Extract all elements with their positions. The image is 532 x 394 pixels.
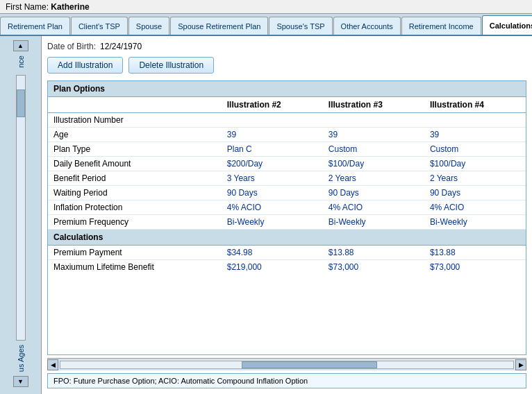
row-field-age: Age (48, 128, 222, 142)
tab-retirement-income[interactable]: Retirement Income (401, 17, 481, 35)
row-ill4-age: 39 (424, 128, 526, 142)
row-ill4-dba: $100/Day (424, 157, 526, 171)
tab-spouse[interactable]: Spouse (128, 17, 169, 35)
sidebar-label-nce[interactable]: nce (17, 53, 25, 71)
tab-retirement-plan[interactable]: Retirement Plan (0, 17, 70, 35)
row-field-mlb: Maxiumum Lifetime Benefit (48, 260, 222, 275)
row-ill2-plantype: Plan C (222, 142, 323, 157)
plan-options-header-row: Plan Options (48, 81, 526, 97)
row-field-pf: Premium Frequency (48, 215, 222, 230)
calculations-header: Calculations (48, 230, 526, 246)
column-header-row: Illustration #2 Illustration #3 Illustra… (48, 97, 526, 113)
data-table-container: Plan Options Illustration #2 Illustratio… (47, 80, 526, 355)
left-sidebar: ▲ nce us Ages ▼ (0, 36, 42, 394)
row-ill4-wp: 90 Days (424, 186, 526, 200)
table-row: Premium Frequency Bi-Weekly Bi-Weekly Bi… (48, 215, 526, 230)
table-row: Illustration Number (48, 113, 526, 128)
sidebar-up-arrow[interactable]: ▲ (13, 40, 28, 51)
tab-clients-tsp[interactable]: Client's TSP (71, 17, 128, 35)
delete-illustration-button[interactable]: Delete Illustration (128, 57, 214, 74)
table-row: Premium Payment $34.98 $13.88 $13.88 (48, 246, 526, 260)
tab-spouse-retirement-plan[interactable]: Spouse Retirement Plan (170, 17, 268, 35)
col-ill3: Illustration #3 (323, 97, 424, 113)
row-ill3-ip: 4% ACIO (323, 200, 424, 215)
row-field-ip: Inflation Protection (48, 200, 222, 215)
first-name-label: First Name: (6, 2, 49, 12)
dob-label: Date of Birth: (47, 42, 96, 51)
row-ill3-age: 39 (323, 128, 424, 142)
table-row: Age 39 39 39 (48, 128, 526, 142)
illustrations-table: Plan Options Illustration #2 Illustratio… (48, 81, 526, 274)
row-field-plantype: Plan Type (48, 142, 222, 157)
table-row: Plan Type Plan C Custom Custom (48, 142, 526, 157)
scroll-thumb (242, 361, 378, 368)
row-field-illnum: Illustration Number (48, 113, 222, 128)
tabs-row: Retirement Plan Client's TSP Spouse Spou… (0, 14, 532, 36)
scroll-right-arrow[interactable]: ▶ (515, 359, 526, 370)
row-field-bp: Benefit Period (48, 171, 222, 186)
row-ill4-mlb: $73,000 (424, 260, 526, 275)
scroll-left-arrow[interactable]: ◀ (47, 359, 58, 370)
horizontal-scrollbar[interactable]: ◀ ▶ (47, 358, 526, 370)
tab-other-accounts[interactable]: Other Accounts (333, 17, 401, 35)
tab-calculations[interactable]: Calculations (482, 15, 532, 35)
sidebar-label-us-ages[interactable]: us Ages (17, 342, 25, 375)
table-row: Inflation Protection 4% ACIO 4% ACIO 4% … (48, 200, 526, 215)
row-field-dba: Daily Benefit Amount (48, 157, 222, 171)
row-ill3-plantype: Custom (323, 142, 424, 157)
row-field-wp: Waiting Period (48, 186, 222, 200)
row-ill2-illnum (222, 113, 323, 128)
row-ill2-pp: $34.98 (222, 246, 323, 260)
row-ill2-age: 39 (222, 128, 323, 142)
row-ill4-bp: 2 Years (424, 171, 526, 186)
row-ill2-bp: 3 Years (222, 171, 323, 186)
sidebar-scrollbar[interactable] (16, 75, 26, 341)
dob-row: Date of Birth: 12/24/1970 (47, 42, 526, 51)
first-name-value: Katherine (51, 2, 89, 12)
row-ill4-plantype: Custom (424, 142, 526, 157)
table-row: Benefit Period 3 Years 2 Years 2 Years (48, 171, 526, 186)
calculations-header-row: Calculations (48, 230, 526, 246)
row-ill3-bp: 2 Years (323, 171, 424, 186)
row-ill4-ip: 4% ACIO (424, 200, 526, 215)
row-ill2-ip: 4% ACIO (222, 200, 323, 215)
row-field-pp: Premium Payment (48, 246, 222, 260)
top-bar: First Name: Katherine (0, 0, 532, 14)
col-ill4: Illustration #4 (424, 97, 526, 113)
status-bar: FPO: Future Purchase Option; ACIO: Autom… (47, 373, 526, 388)
row-ill2-dba: $200/Day (222, 157, 323, 171)
col-ill2: Illustration #2 (222, 97, 323, 113)
row-ill2-pf: Bi-Weekly (222, 215, 323, 230)
row-ill3-dba: $100/Day (323, 157, 424, 171)
table-row: Waiting Period 90 Days 90 Days 90 Days (48, 186, 526, 200)
plan-options-header: Plan Options (48, 81, 526, 97)
row-ill3-illnum (323, 113, 424, 128)
col-field (48, 97, 222, 113)
row-ill3-pf: Bi-Weekly (323, 215, 424, 230)
row-ill4-pp: $13.88 (424, 246, 526, 260)
row-ill4-pf: Bi-Weekly (424, 215, 526, 230)
tab-spouses-tsp[interactable]: Spouse's TSP (269, 17, 332, 35)
row-ill3-mlb: $73,000 (323, 260, 424, 275)
row-ill2-wp: 90 Days (222, 186, 323, 200)
scroll-track[interactable] (60, 361, 514, 369)
sidebar-down-arrow[interactable]: ▼ (13, 376, 28, 387)
sidebar-scrollbar-thumb (17, 89, 25, 117)
row-ill4-illnum (424, 113, 526, 128)
table-row: Daily Benefit Amount $200/Day $100/Day $… (48, 157, 526, 171)
buttons-row: Add Illustration Delete Illustration (47, 57, 526, 74)
row-ill3-wp: 90 Days (323, 186, 424, 200)
row-ill3-pp: $13.88 (323, 246, 424, 260)
sidebar-top: ▲ nce (0, 36, 41, 74)
row-ill2-mlb: $219,000 (222, 260, 323, 275)
dob-value: 12/24/1970 (100, 42, 142, 51)
main-panel: Date of Birth: 12/24/1970 Add Illustrati… (42, 36, 532, 394)
main-content: ▲ nce us Ages ▼ Date of Birth: 12/24/197… (0, 36, 532, 394)
table-row: Maxiumum Lifetime Benefit $219,000 $73,0… (48, 260, 526, 275)
add-illustration-button[interactable]: Add Illustration (47, 57, 123, 74)
